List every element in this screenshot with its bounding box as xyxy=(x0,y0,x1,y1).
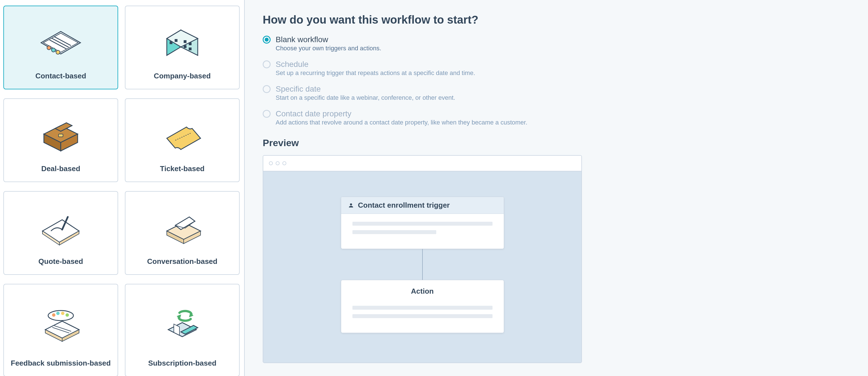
svg-point-34 xyxy=(61,312,64,315)
option-desc: Start on a specific date like a webinar,… xyxy=(276,94,455,101)
option-title: Specific date xyxy=(276,84,455,94)
option-blank-workflow[interactable]: Blank workflow Choose your own triggers … xyxy=(263,35,850,52)
radio-icon xyxy=(263,85,271,93)
radio-icon xyxy=(263,60,271,68)
svg-point-7 xyxy=(56,50,60,54)
type-card-label: Company-based xyxy=(154,71,211,81)
preview-box: Contact enrollment trigger Action xyxy=(263,155,582,363)
deal-briefcase-icon xyxy=(38,107,83,164)
option-title: Contact date property xyxy=(276,109,527,118)
svg-rect-14 xyxy=(189,47,191,50)
svg-rect-12 xyxy=(189,42,191,45)
skeleton-line xyxy=(352,222,493,226)
radio-icon xyxy=(263,110,271,118)
option-schedule[interactable]: Schedule Set up a recurring trigger that… xyxy=(263,60,850,77)
contact-icon xyxy=(348,202,354,208)
window-dot-icon xyxy=(276,161,280,165)
type-card-label: Contact-based xyxy=(35,71,86,81)
svg-point-5 xyxy=(47,46,51,50)
svg-marker-23 xyxy=(42,220,79,242)
workflow-config-panel: How do you want this workflow to start? … xyxy=(245,0,868,376)
subscription-recurring-icon xyxy=(160,292,205,358)
svg-point-31 xyxy=(48,310,73,321)
svg-point-35 xyxy=(65,313,69,317)
trigger-node-header: Contact enrollment trigger xyxy=(341,197,504,214)
preview-trigger-node: Contact enrollment trigger xyxy=(341,197,504,249)
trigger-node-title: Contact enrollment trigger xyxy=(358,201,450,210)
preview-action-node: Action xyxy=(341,280,504,333)
option-desc: Choose your own triggers and actions. xyxy=(276,45,381,52)
type-card-label: Ticket-based xyxy=(160,164,205,174)
option-contact-date-property[interactable]: Contact date property Add actions that r… xyxy=(263,109,850,126)
preview-canvas: Contact enrollment trigger Action xyxy=(263,171,581,363)
type-card-ticket[interactable]: Ticket-based xyxy=(125,98,240,182)
svg-rect-13 xyxy=(184,45,186,48)
svg-point-33 xyxy=(56,312,60,315)
config-heading: How do you want this workflow to start? xyxy=(263,13,850,26)
option-desc: Set up a recurring trigger that repeats … xyxy=(276,69,475,77)
type-card-subscription[interactable]: Subscription-based xyxy=(125,284,240,376)
type-card-conversation[interactable]: Conversation-based xyxy=(125,191,240,275)
action-node-title: Action xyxy=(341,280,504,298)
contact-rolodex-icon xyxy=(38,14,83,71)
option-specific-date[interactable]: Specific date Start on a specific date l… xyxy=(263,84,850,101)
preview-heading: Preview xyxy=(263,137,850,148)
skeleton-line xyxy=(352,230,437,234)
workflow-type-grid: Contact-based xyxy=(0,0,245,376)
type-card-quote[interactable]: Quote-based xyxy=(3,191,118,275)
type-card-deal[interactable]: Deal-based xyxy=(3,98,118,182)
svg-rect-15 xyxy=(169,41,173,44)
type-card-label: Quote-based xyxy=(38,257,83,266)
type-card-label: Deal-based xyxy=(41,164,81,174)
option-desc: Add actions that revolve around a contac… xyxy=(276,119,527,126)
svg-point-6 xyxy=(52,48,55,52)
type-card-feedback[interactable]: Feedback submission-based xyxy=(3,284,118,376)
window-dot-icon xyxy=(282,161,286,165)
type-card-label: Feedback submission-based xyxy=(11,358,111,368)
preview-connector xyxy=(422,249,423,280)
option-title: Blank workflow xyxy=(276,35,381,44)
type-card-label: Subscription-based xyxy=(148,358,217,368)
company-building-icon xyxy=(160,14,205,71)
skeleton-line xyxy=(352,306,493,310)
type-card-company[interactable]: Company-based xyxy=(125,6,240,89)
radio-icon xyxy=(263,36,271,43)
svg-rect-21 xyxy=(59,134,63,137)
svg-rect-16 xyxy=(175,39,178,42)
type-card-contact[interactable]: Contact-based xyxy=(3,6,118,89)
option-title: Schedule xyxy=(276,60,475,69)
type-card-label: Conversation-based xyxy=(147,257,217,266)
ticket-icon xyxy=(160,107,205,164)
preview-window-chrome xyxy=(263,156,581,171)
conversation-inbox-icon xyxy=(160,200,205,257)
svg-rect-11 xyxy=(184,40,186,43)
feedback-palette-icon xyxy=(38,292,83,358)
quote-signature-icon xyxy=(38,200,83,257)
start-options-list: Blank workflow Choose your own triggers … xyxy=(263,35,850,126)
window-dot-icon xyxy=(269,161,273,165)
svg-point-32 xyxy=(52,313,55,317)
skeleton-line xyxy=(352,314,493,318)
